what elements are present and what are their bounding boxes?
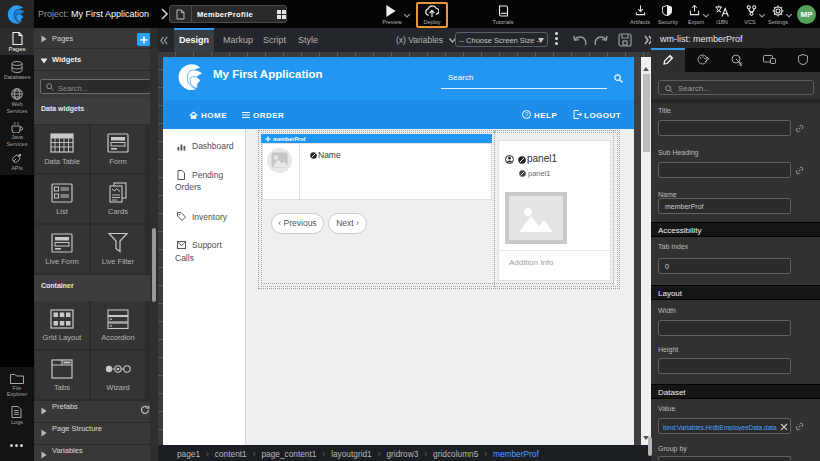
svg-text:?: ? (525, 111, 529, 118)
